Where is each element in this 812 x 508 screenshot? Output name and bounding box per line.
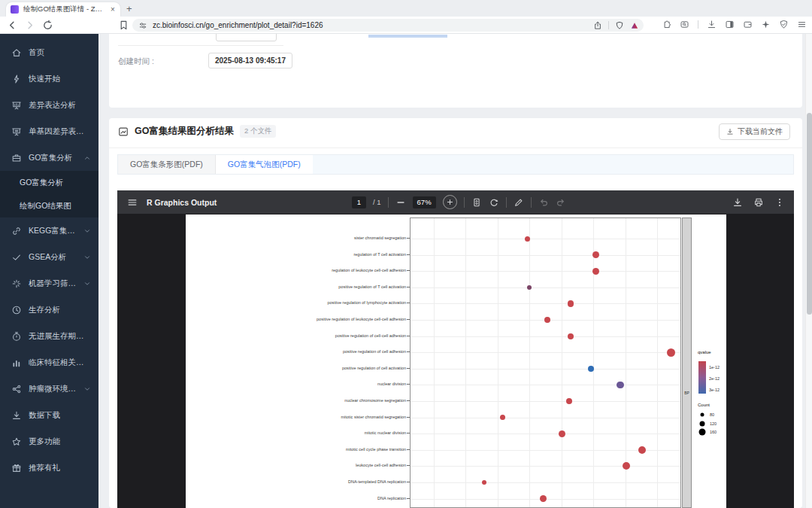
count-legend-title: Count: [698, 403, 710, 407]
star-icon: [11, 437, 22, 447]
sidebar-item-label: 机器学习筛选基因: [29, 278, 77, 289]
y-axis-label: positive regulation of cell adhesion: [186, 349, 406, 354]
sidebar-item[interactable]: 推荐有礼: [0, 455, 98, 481]
browser-tab-bar: 绘制GO结果图详情 - Zero-Codi × +: [0, 0, 812, 17]
image-result-icon: [118, 126, 129, 137]
scrollbar-thumb[interactable]: [807, 113, 812, 315]
divider: [118, 45, 283, 46]
page-number-input[interactable]: 1: [352, 196, 366, 208]
more-options-kebab-icon[interactable]: [774, 197, 785, 208]
page-scrollbar[interactable]: [805, 34, 812, 508]
print-icon[interactable]: [753, 197, 764, 208]
gift-icon: [11, 463, 22, 473]
undo-icon[interactable]: [538, 197, 549, 208]
sidebar-item[interactable]: GSEA分析: [0, 244, 98, 270]
cutoff-field: [216, 34, 277, 41]
sidebar-item[interactable]: 临床特征相关性分析: [0, 349, 98, 376]
bubble: [559, 430, 565, 437]
brave-shield-icon[interactable]: [615, 21, 624, 30]
extensions-puzzle-icon[interactable]: [662, 20, 671, 29]
pdf-download-icon[interactable]: [732, 197, 743, 208]
share-icon[interactable]: [593, 21, 602, 30]
y-axis-label: positive regulation of T cell activation: [186, 284, 406, 289]
download-button-label: 下载当前文件: [738, 126, 783, 137]
fit-page-icon[interactable]: [471, 197, 482, 208]
downloads-icon[interactable]: [707, 20, 717, 29]
axis-tick: [407, 449, 410, 450]
tab-close-icon[interactable]: ×: [111, 5, 115, 14]
count-legend-dot: [699, 429, 706, 436]
url-text[interactable]: zc.bioinfosci.cn/go_enrichment/plot_deta…: [153, 19, 323, 32]
extension-triangle-icon[interactable]: [630, 21, 639, 30]
annotate-pen-icon[interactable]: [514, 197, 524, 208]
count-legend-label: 120: [710, 421, 717, 426]
gridline: [411, 352, 680, 353]
bubble: [527, 285, 532, 291]
tab-go-bubbleplot-pdf[interactable]: GO富集气泡图(PDF): [216, 155, 313, 174]
bubble: [592, 251, 599, 258]
address-bar[interactable]: zc.bioinfosci.cn/go_enrichment/plot_deta…: [132, 19, 644, 32]
pdf-page: BP qvalue 1e-122e-123e-12 Count 80120160…: [186, 214, 726, 508]
privacy-shield-icon[interactable]: [779, 20, 789, 29]
axis-tick: [407, 351, 410, 352]
leo-ai-sparkle-icon[interactable]: [761, 20, 771, 29]
zoom-level[interactable]: 67%: [413, 196, 436, 208]
sidebar-item[interactable]: KEGG富集分析: [0, 217, 98, 244]
search-box-icon[interactable]: [680, 20, 689, 29]
sidebar-item[interactable]: 差异表达分析: [0, 92, 98, 118]
sidebar-subitem[interactable]: GO富集分析: [0, 171, 98, 194]
bookmark-icon[interactable]: [118, 20, 129, 31]
rotate-icon[interactable]: [489, 197, 499, 208]
sidebar-item[interactable]: 快速开始: [0, 65, 98, 92]
pdf-document-title: R Graphics Output: [147, 198, 217, 207]
sidebar-item-label: 快速开始: [29, 74, 60, 84]
sidebar-item[interactable]: 生存分析: [0, 297, 98, 323]
site-settings-icon[interactable]: [138, 21, 147, 30]
wallet-icon[interactable]: [743, 20, 753, 29]
zoom-out-icon[interactable]: [395, 197, 406, 208]
pdf-menu-icon[interactable]: [127, 197, 138, 208]
back-icon[interactable]: [7, 20, 18, 31]
plot-panel: [410, 217, 681, 508]
sidebar-item[interactable]: 机器学习筛选基因: [0, 270, 98, 297]
redo-icon[interactable]: [556, 197, 566, 208]
axis-tick: [407, 417, 410, 418]
bubble: [667, 348, 675, 357]
reload-icon[interactable]: [42, 20, 53, 31]
qvalue-tick-label: 2e-12: [709, 376, 720, 381]
bubble: [500, 415, 505, 420]
sidebar-toggle-icon[interactable]: [725, 20, 735, 29]
y-axis-label: nuclear division: [186, 382, 406, 386]
gridline: [411, 418, 680, 418]
sidebar-item[interactable]: 肿瘤微环境分析: [0, 376, 98, 402]
sidebar-item-label: 无进展生存期分析: [29, 331, 91, 342]
sidebar: 首页快速开始差异表达分析单基因差异表达箱线图GO富集分析GO富集分析绘制GO结果…: [0, 34, 98, 508]
zoom-in-button[interactable]: [443, 195, 457, 209]
forward-icon[interactable]: [24, 20, 35, 31]
check-icon: [11, 252, 22, 263]
sidebar-item[interactable]: 更多功能: [0, 428, 98, 455]
y-axis-label: positive regulation of leukocyte cell-ce…: [186, 317, 406, 321]
pdf-canvas-area[interactable]: BP qvalue 1e-122e-123e-12 Count 80120160…: [117, 214, 794, 508]
browser-tab[interactable]: 绘制GO结果图详情 - Zero-Codi ×: [6, 2, 120, 17]
sidebar-item[interactable]: 首页: [0, 39, 98, 65]
sidebar-item-label: 首页: [29, 47, 44, 58]
cutoff-highlight: [368, 35, 447, 38]
menu-icon[interactable]: [797, 20, 807, 29]
y-axis-label: regulation of leukocyte cell-cell adhesi…: [186, 268, 406, 272]
main-content: 创建时间 : 2025-08-13 09:45:17 GO富集结果图分析结果 2…: [98, 34, 812, 508]
bubble: [623, 462, 630, 470]
download-current-file-button[interactable]: 下载当前文件: [719, 123, 790, 140]
sidebar-item[interactable]: 单基因差异表达箱线图: [0, 118, 98, 144]
gridline: [411, 385, 680, 385]
new-tab-button[interactable]: +: [126, 3, 132, 14]
chevron-down-icon: [83, 227, 91, 235]
tab-go-barplot-pdf[interactable]: GO富集条形图(PDF): [118, 155, 216, 174]
count-legend-label: 160: [710, 430, 717, 434]
facet-label: BP: [683, 391, 691, 395]
sidebar-item[interactable]: 数据下载: [0, 402, 98, 428]
sidebar-subitem[interactable]: 绘制GO结果图: [0, 194, 98, 217]
sidebar-item[interactable]: GO富集分析: [0, 144, 98, 171]
sidebar-item[interactable]: 无进展生存期分析: [0, 323, 98, 349]
quick-start-icon: [11, 74, 22, 84]
